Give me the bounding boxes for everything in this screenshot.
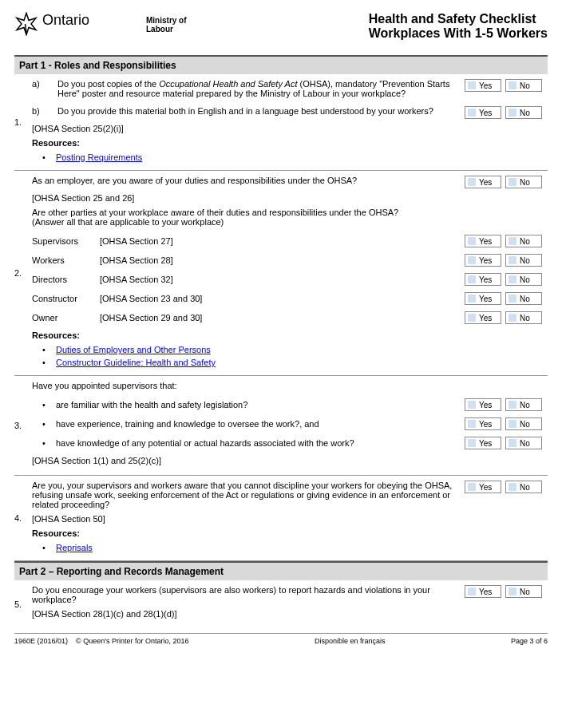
q2-link-constructor[interactable]: Constructor Guideline: Health and Safety bbox=[56, 358, 216, 367]
q1b-yes-checkbox[interactable]: Yes bbox=[465, 106, 501, 119]
q2-line2: Are other parties at your workplace awar… bbox=[32, 208, 544, 227]
q5-number: 5. bbox=[14, 580, 32, 628]
q2-main-no-checkbox[interactable]: No bbox=[505, 176, 542, 188]
q2-line1: As an employer, are you aware of your du… bbox=[32, 176, 465, 185]
q1b-letter: b) bbox=[32, 106, 57, 116]
q5-text: Do you encourage your workers (superviso… bbox=[32, 585, 465, 604]
q2-supervisors-no[interactable]: No bbox=[505, 235, 542, 247]
logo-block: Ontario bbox=[14, 12, 134, 36]
title-line2: Workplaces With 1-5 Workers bbox=[369, 26, 548, 41]
page-header: Ontario Ministry of Labour Health and Sa… bbox=[14, 12, 548, 41]
q1-link-posting[interactable]: Posting Requirements bbox=[56, 152, 142, 162]
q1-reference: [OHSA Section 25(2)(i)] bbox=[32, 124, 544, 133]
q2-resources-label: Resources: bbox=[32, 330, 544, 340]
q3-r1-yes[interactable]: Yes bbox=[465, 398, 501, 411]
ontario-wordmark: Ontario bbox=[42, 12, 89, 29]
q2-workers-no[interactable]: No bbox=[505, 254, 542, 267]
q1a-no-checkbox[interactable]: No bbox=[505, 79, 542, 92]
q3-r2-yes[interactable]: Yes bbox=[465, 417, 501, 430]
q2-constructor-label: Constructor bbox=[32, 294, 100, 303]
q2-owner-label: Owner bbox=[32, 313, 100, 322]
q2-workers-label: Workers bbox=[32, 255, 100, 265]
q3-row3: have knowledge of any potential or actua… bbox=[56, 438, 465, 448]
q1-number: 1. bbox=[14, 74, 32, 170]
q3-r3-no[interactable]: No bbox=[505, 437, 542, 449]
q2-directors-no[interactable]: No bbox=[505, 273, 542, 286]
q4-no-checkbox[interactable]: No bbox=[505, 481, 542, 493]
q4-link-reprisals[interactable]: Reprisals bbox=[56, 543, 93, 552]
q2-main-yes-checkbox[interactable]: Yes bbox=[465, 176, 501, 188]
page-footer: 1960E (2016/01) © Queen's Printer for On… bbox=[14, 633, 548, 648]
q2-directors-yes[interactable]: Yes bbox=[465, 273, 501, 286]
q1a-yes-checkbox[interactable]: Yes bbox=[465, 79, 501, 92]
q2-directors-label: Directors bbox=[32, 275, 100, 284]
q5-ref: [OHSA Section 28(1)(c) and 28(1)(d)] bbox=[32, 609, 544, 619]
q3-r2-no[interactable]: No bbox=[505, 417, 542, 430]
q1a-text: Do you post copies of the Occupational H… bbox=[57, 79, 465, 98]
q3-ref: [OHSA Section 1(1) and 25(2)(c)] bbox=[32, 456, 544, 465]
q4-text: Are you, your supervisors and workers aw… bbox=[32, 481, 465, 509]
title-line1: Health and Safety Checklist bbox=[369, 12, 548, 26]
q4-resources-label: Resources: bbox=[32, 528, 544, 538]
q2-supervisors-yes[interactable]: Yes bbox=[465, 235, 501, 247]
q2-ref1: [OHSA Section 25 and 26] bbox=[32, 193, 544, 203]
page-number: Page 3 of 6 bbox=[511, 637, 548, 645]
q2-owner-no[interactable]: No bbox=[505, 311, 542, 324]
document-title: Health and Safety Checklist Workplaces W… bbox=[369, 12, 548, 41]
q2-supervisors-label: Supervisors bbox=[32, 236, 100, 246]
q1b-no-checkbox[interactable]: No bbox=[505, 106, 542, 119]
q4-number: 4. bbox=[14, 476, 32, 560]
q2-owner-yes[interactable]: Yes bbox=[465, 311, 501, 324]
q1-resources-label: Resources: bbox=[32, 138, 544, 148]
q5-no-checkbox[interactable]: No bbox=[505, 585, 542, 598]
q3-row1: are familiar with the health and safety … bbox=[56, 400, 465, 410]
q5-yes-checkbox[interactable]: Yes bbox=[465, 585, 501, 598]
q1a-letter: a) bbox=[32, 79, 57, 89]
q3-number: 3. bbox=[14, 376, 32, 475]
q2-constructor-yes[interactable]: Yes bbox=[465, 292, 501, 305]
footer-french: Disponible en français bbox=[315, 637, 386, 645]
q2-link-duties[interactable]: Duties of Employers and Other Persons bbox=[56, 345, 211, 354]
q1b-text: Do you provide this material both in Eng… bbox=[57, 106, 465, 116]
q3-r1-no[interactable]: No bbox=[505, 398, 542, 411]
q4-ref: [OHSA Section 50] bbox=[32, 514, 544, 524]
q2-workers-yes[interactable]: Yes bbox=[465, 254, 501, 267]
part2-header: Part 2 – Reporting and Records Managemen… bbox=[14, 561, 548, 580]
q2-constructor-no[interactable]: No bbox=[505, 292, 542, 305]
trillium-icon bbox=[14, 12, 38, 36]
q3-r3-yes[interactable]: Yes bbox=[465, 437, 501, 449]
q4-yes-checkbox[interactable]: Yes bbox=[465, 481, 501, 493]
copyright: © Queen's Printer for Ontario, 2016 bbox=[76, 637, 188, 645]
q3-row2: have experience, training and knowledge … bbox=[56, 419, 465, 429]
ministry-label: Ministry of Labour bbox=[146, 16, 187, 34]
q3-intro: Have you appointed supervisors that: bbox=[32, 381, 544, 390]
q2-number: 2. bbox=[14, 171, 32, 375]
form-number: 1960E (2016/01) bbox=[14, 637, 68, 645]
part1-header: Part 1 - Roles and Responsibilities bbox=[14, 55, 548, 74]
